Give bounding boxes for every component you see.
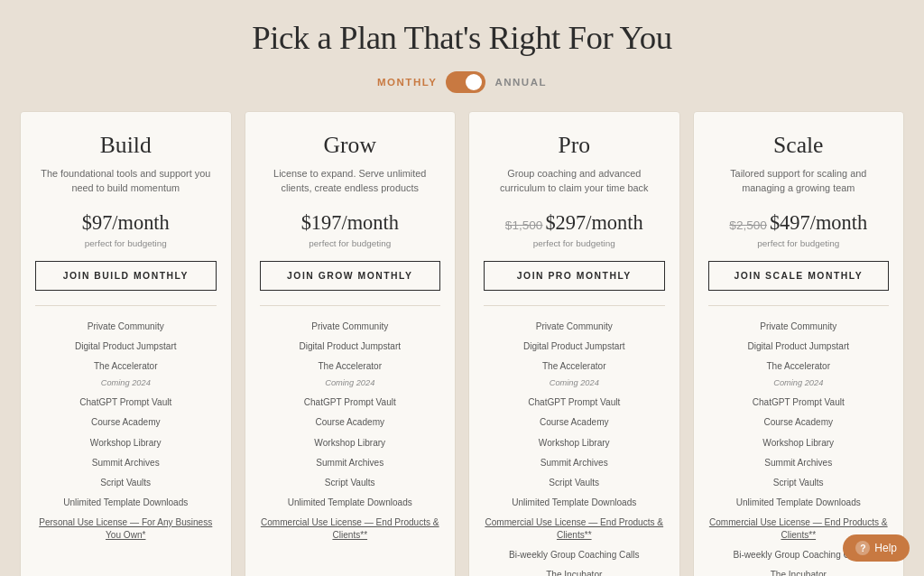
feature-item-grow-1: Digital Product Jumpstart [260,337,441,357]
divider-scale [708,305,890,306]
feature-item-grow-8: Script Vaults [260,473,441,493]
plan-price-note-build: perfect for budgeting [85,238,167,248]
feature-item-scale-5: Course Academy [708,413,890,432]
feature-item-grow-4: ChatGPT Prompt Vault [260,393,441,413]
features-list-build: Private CommunityDigital Product Jumpsta… [35,317,217,545]
plan-desc-grow: License to expand. Serve unlimited clien… [260,166,441,199]
plan-price-current-scale: $497/month [770,211,867,234]
plan-price-scale: $2,500$497/month [729,211,867,235]
features-list-pro: Private CommunityDigital Product Jumpsta… [484,317,665,576]
feature-item-build-9: Unlimited Template Downloads [35,493,217,513]
feature-item-pro-1: Digital Product Jumpstart [484,337,665,357]
feature-item-scale-6: Workshop Library [708,433,890,453]
plan-price-note-grow: perfect for budgeting [309,238,391,248]
feature-item-pro-7: Summit Archives [484,453,665,473]
plan-desc-scale: Tailored support for scaling and managin… [708,166,890,199]
annual-label: ANNUAL [494,77,547,88]
feature-item-build-7: Summit Archives [35,453,217,473]
divider-grow [260,305,441,306]
plan-card-build: BuildThe foundational tools and support … [20,111,232,576]
feature-item-grow-7: Summit Archives [260,453,441,473]
help-icon: ? [855,541,870,555]
plan-name-scale: Scale [773,132,823,159]
plan-name-grow: Grow [324,132,376,159]
help-label: Help [874,542,897,554]
join-button-grow[interactable]: JOIN GROW MONTHLY [260,261,441,291]
billing-toggle[interactable] [446,71,485,93]
plan-price-current-build: $97/month [82,211,170,234]
feature-item-pro-5: Course Academy [484,413,665,432]
feature-item-grow-9: Unlimited Template Downloads [260,493,441,513]
plan-card-scale: ScaleTailored support for scaling and ma… [693,111,905,576]
monthly-label: MONTHLY [377,77,437,88]
plan-price-current-pro: $297/month [545,211,642,234]
plan-card-pro: ProGroup coaching and advanced curriculu… [468,111,680,576]
join-button-pro[interactable]: JOIN PRO MONTHLY [484,261,665,291]
feature-item-scale-1: Digital Product Jumpstart [708,337,890,357]
feature-item-pro-10: Commercial Use License — End Products & … [484,513,665,545]
feature-item-build-10: Personal Use License — For Any Business … [35,513,217,545]
feature-item-scale-9: Unlimited Template Downloads [708,493,890,513]
feature-item-build-3: Coming 2024 [35,374,217,393]
feature-item-pro-0: Private Community [484,317,665,337]
feature-item-scale-12: The Incubator [708,565,890,576]
feature-item-pro-3: Coming 2024 [484,374,665,393]
plan-card-grow: GrowLicense to expand. Serve unlimited c… [245,111,457,576]
feature-item-scale-7: Summit Archives [708,453,890,473]
plan-desc-build: The foundational tools and support you n… [35,166,217,199]
feature-item-scale-8: Script Vaults [708,473,890,493]
plans-grid: BuildThe foundational tools and support … [20,111,904,576]
feature-item-grow-3: Coming 2024 [260,374,441,393]
feature-item-build-6: Workshop Library [35,433,217,453]
feature-item-scale-4: ChatGPT Prompt Vault [708,393,890,413]
plan-desc-pro: Group coaching and advanced curriculum t… [484,166,665,199]
plan-price-grow: $197/month [301,211,399,235]
feature-item-build-1: Digital Product Jumpstart [35,337,217,357]
features-list-grow: Private CommunityDigital Product Jumpsta… [260,317,441,545]
feature-item-pro-11: Bi-weekly Group Coaching Calls [484,545,665,565]
plan-name-build: Build [100,132,152,159]
feature-item-grow-0: Private Community [260,317,441,337]
page-title: Pick a Plan That's Right For You [18,18,906,57]
feature-item-pro-8: Script Vaults [484,473,665,493]
feature-item-build-8: Script Vaults [35,473,217,493]
plan-price-note-pro: perfect for budgeting [533,238,615,248]
divider-build [35,305,217,306]
feature-item-pro-9: Unlimited Template Downloads [484,493,665,513]
feature-item-pro-6: Workshop Library [484,433,665,453]
feature-item-build-0: Private Community [35,317,217,337]
feature-item-build-5: Course Academy [35,413,217,432]
feature-item-grow-6: Workshop Library [260,433,441,453]
join-button-scale[interactable]: JOIN SCALE MONTHLY [708,261,890,291]
feature-item-build-4: ChatGPT Prompt Vault [35,393,217,413]
join-button-build[interactable]: JOIN BUILD MONTHLY [35,261,217,291]
plan-price-note-scale: perfect for budgeting [757,238,839,248]
feature-item-pro-12: The Incubator [484,565,665,576]
feature-item-scale-0: Private Community [708,317,890,337]
plan-price-original-scale: $2,500 [729,218,767,232]
plan-price-pro: $1,500$297/month [505,211,643,235]
plan-price-build: $97/month [82,211,170,235]
help-button[interactable]: ? Help [843,534,910,562]
plan-name-pro: Pro [558,132,590,159]
plan-price-original-pro: $1,500 [505,218,543,232]
feature-item-grow-10: Commercial Use License — End Products & … [260,513,441,545]
billing-toggle-row: MONTHLY ANNUAL [18,71,906,93]
feature-item-pro-4: ChatGPT Prompt Vault [484,393,665,413]
plan-price-current-grow: $197/month [301,211,399,234]
feature-item-grow-5: Course Academy [260,413,441,432]
divider-pro [484,305,665,306]
feature-item-scale-3: Coming 2024 [708,374,890,393]
